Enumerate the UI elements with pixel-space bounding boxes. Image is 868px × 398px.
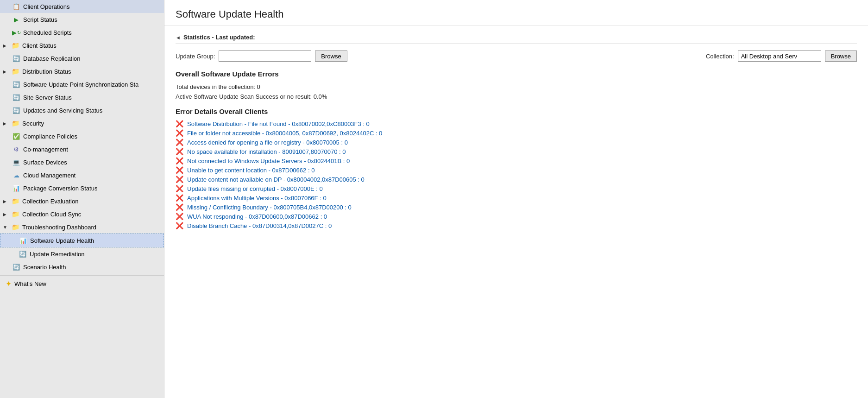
- sidebar-icon-compliance-policies: ✅: [12, 132, 20, 140]
- overall-errors-section: Overall Software Update Errors Total dev…: [176, 70, 857, 100]
- sidebar-label-database-replication: Database Replication: [23, 55, 81, 62]
- sidebar-item-surface-devices[interactable]: 💻 Surface Devices: [0, 156, 164, 169]
- error-list-item: ❌ Not connected to Windows Update Server…: [176, 157, 857, 164]
- error-icon-8: ❌: [176, 194, 183, 202]
- sidebar-label-client-status: Client Status: [22, 42, 57, 49]
- sidebar-item-troubleshooting-dashboard[interactable]: ▼ 📁 Troubleshooting Dashboard: [0, 221, 164, 234]
- sidebar: 📋 Client Operations ▶ Script Status ▶↻ S…: [0, 0, 164, 398]
- error-link-10[interactable]: WUA Not responding - 0x87D00600,0x87D006…: [187, 213, 327, 220]
- sidebar-item-update-remediation[interactable]: 🔄 Update Remediation: [0, 247, 164, 260]
- error-link-7[interactable]: Update files missing or corrupted - 0x80…: [187, 185, 323, 192]
- whats-new-icon: ✦: [6, 279, 12, 288]
- error-list-item: ❌ WUA Not responding - 0x87D00600,0x87D0…: [176, 213, 857, 220]
- error-link-9[interactable]: Missing / Conflicting Boundary - 0x80070…: [187, 204, 352, 211]
- error-details-section: Error Details Overall Clients ❌ Software…: [176, 107, 857, 229]
- sidebar-icon-cloud-management: ☁: [12, 171, 20, 179]
- error-list-item: ❌ Update content not available on DP - 0…: [176, 176, 857, 183]
- sidebar-icon-collection-cloud-sync: 📁: [11, 210, 19, 218]
- sidebar-item-site-server-status[interactable]: 🔄 Site Server Status: [0, 91, 164, 104]
- section-collapse-arrow[interactable]: ◄: [176, 35, 181, 40]
- sidebar-label-troubleshooting-dashboard: Troubleshooting Dashboard: [22, 224, 96, 231]
- update-group-browse-button[interactable]: Browse: [315, 51, 347, 62]
- error-icon-4: ❌: [176, 157, 183, 164]
- sidebar-arrow-collection-evaluation: ▶: [3, 199, 9, 204]
- sidebar-icon-client-operations: 📋: [12, 2, 20, 11]
- sidebar-item-distribution-status[interactable]: ▶ 📁 Distribution Status: [0, 65, 164, 78]
- sidebar-item-security[interactable]: ▶ 📁 Security: [0, 117, 164, 130]
- error-icon-10: ❌: [176, 213, 183, 220]
- sidebar-item-collection-evaluation[interactable]: ▶ 📁 Collection Evaluation: [0, 195, 164, 208]
- sidebar-icon-package-conversion: 📊: [12, 184, 20, 192]
- sidebar-icon-site-server-status: 🔄: [12, 93, 20, 101]
- sidebar-label-client-operations: Client Operations: [23, 3, 69, 10]
- sidebar-item-scenario-health[interactable]: 🔄 Scenario Health: [0, 260, 164, 273]
- error-icon-3: ❌: [176, 148, 183, 155]
- statistics-title: Statistics - Last updated:: [183, 34, 255, 41]
- sidebar-label-site-server-status: Site Server Status: [23, 94, 72, 101]
- sidebar-icon-co-management: ⚙: [12, 145, 20, 153]
- sidebar-icon-security: 📁: [11, 119, 19, 127]
- error-link-6[interactable]: Update content not available on DP - 0x8…: [187, 176, 365, 183]
- sidebar-label-update-remediation: Update Remediation: [30, 251, 85, 258]
- error-icon-11: ❌: [176, 222, 183, 229]
- sidebar-item-sup-sync-status[interactable]: 🔄 Software Update Point Synchronization …: [0, 78, 164, 91]
- statistics-section-header: ◄ Statistics - Last updated:: [176, 30, 857, 44]
- sidebar-icon-scheduled-scripts: ▶↻: [12, 28, 20, 37]
- whats-new-section[interactable]: ✦ What's New: [0, 275, 164, 292]
- sidebar-label-cloud-management: Cloud Management: [23, 172, 75, 179]
- error-list-item: ❌ Missing / Conflicting Boundary - 0x800…: [176, 203, 857, 211]
- sidebar-item-co-management[interactable]: ⚙ Co-management: [0, 143, 164, 156]
- sidebar-icon-updates-servicing: 🔄: [12, 106, 20, 114]
- sidebar-arrow-security: ▶: [3, 121, 9, 126]
- error-icon-1: ❌: [176, 129, 183, 137]
- sidebar-item-cloud-management[interactable]: ☁ Cloud Management: [0, 169, 164, 182]
- error-link-0[interactable]: Software Distribution - File not Found -…: [187, 120, 370, 127]
- sidebar-label-security: Security: [22, 120, 44, 127]
- error-link-4[interactable]: Not connected to Windows Update Servers …: [187, 158, 350, 164]
- update-group-form-group: Update Group: Browse: [176, 51, 347, 62]
- sidebar-item-updates-servicing[interactable]: 🔄 Updates and Servicing Status: [0, 104, 164, 117]
- error-details-title: Error Details Overall Clients: [176, 107, 857, 115]
- sidebar-icon-database-replication: 🔄: [12, 54, 20, 63]
- sidebar-arrow-distribution-status: ▶: [3, 69, 9, 74]
- error-link-5[interactable]: Unable to get content location - 0x87D00…: [187, 167, 314, 174]
- error-link-8[interactable]: Applications with Multiple Versions - 0x…: [187, 195, 327, 202]
- sidebar-item-collection-cloud-sync[interactable]: ▶ 📁 Collection Cloud Sync: [0, 208, 164, 221]
- sidebar-item-package-conversion[interactable]: 📊 Package Conversion Status: [0, 182, 164, 195]
- sidebar-item-client-status[interactable]: ▶ 📁 Client Status: [0, 39, 164, 52]
- sidebar-item-database-replication[interactable]: 🔄 Database Replication: [0, 52, 164, 65]
- sidebar-icon-update-remediation: 🔄: [19, 250, 27, 258]
- sidebar-label-scheduled-scripts: Scheduled Scripts: [23, 29, 72, 36]
- sidebar-icon-troubleshooting-dashboard: 📁: [11, 223, 19, 231]
- sidebar-item-software-update-health[interactable]: 📊 Software Update Health: [0, 234, 164, 247]
- collection-input[interactable]: [738, 51, 821, 62]
- error-link-2[interactable]: Access denied for opening a file or regi…: [187, 139, 348, 146]
- error-link-11[interactable]: Disable Branch Cache - 0x87D00314,0x87D0…: [187, 222, 332, 229]
- error-icon-0: ❌: [176, 120, 183, 127]
- sidebar-item-client-operations[interactable]: 📋 Client Operations: [0, 0, 164, 13]
- collection-browse-button[interactable]: Browse: [825, 51, 857, 62]
- sidebar-arrow-collection-cloud-sync: ▶: [3, 212, 9, 217]
- collection-form-group: Collection: Browse: [706, 51, 857, 62]
- sidebar-item-script-status[interactable]: ▶ Script Status: [0, 13, 164, 26]
- sidebar-arrow-client-status: ▶: [3, 43, 9, 48]
- sidebar-label-surface-devices: Surface Devices: [23, 159, 67, 166]
- error-icon-2: ❌: [176, 139, 183, 146]
- main-content: Software Update Health ◄ Statistics - La…: [164, 0, 868, 398]
- sidebar-label-distribution-status: Distribution Status: [22, 68, 71, 75]
- error-link-1[interactable]: File or folder not accessible - 0x800040…: [187, 130, 382, 137]
- sidebar-item-compliance-policies[interactable]: ✅ Compliance Policies: [0, 130, 164, 143]
- error-list-item: ❌ Applications with Multiple Versions - …: [176, 194, 857, 202]
- error-list: ❌ Software Distribution - File not Found…: [176, 120, 857, 229]
- sidebar-item-scheduled-scripts[interactable]: ▶↻ Scheduled Scripts: [0, 26, 164, 39]
- error-icon-5: ❌: [176, 166, 183, 174]
- sidebar-label-sup-sync-status: Software Update Point Synchronization St…: [23, 81, 138, 88]
- error-link-3[interactable]: No space available for installation - 80…: [187, 148, 346, 155]
- update-group-input[interactable]: [219, 51, 311, 62]
- update-group-label: Update Group:: [176, 53, 215, 60]
- whats-new-label: What's New: [14, 280, 46, 287]
- main-header: Software Update Health: [164, 0, 868, 25]
- error-list-item: ❌ Software Distribution - File not Found…: [176, 120, 857, 127]
- error-icon-9: ❌: [176, 203, 183, 211]
- sidebar-icon-sup-sync-status: 🔄: [12, 80, 20, 88]
